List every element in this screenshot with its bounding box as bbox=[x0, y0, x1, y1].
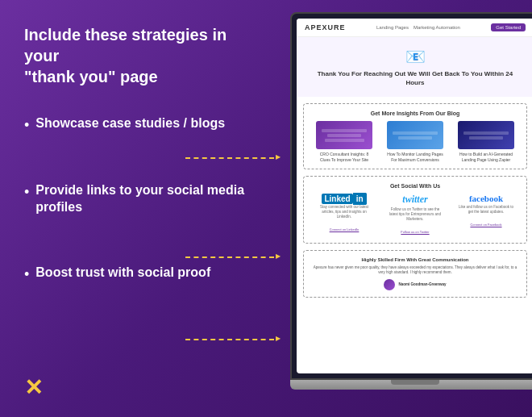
testimonial-arrow-line bbox=[185, 339, 274, 340]
linkedin-card: Linkedin Stay connected with our latest … bbox=[316, 194, 372, 236]
twitter-logo: twitter bbox=[387, 194, 443, 206]
strategy-item-proof: • Boost trust with social proof bbox=[24, 265, 250, 283]
blog-title-2: How To Monitor Landing Pages For Maximum… bbox=[387, 152, 443, 162]
social-section-title: Get Social With Us bbox=[310, 183, 520, 189]
twitter-desc: Follow us on Twitter to see the latest t… bbox=[387, 207, 443, 222]
testimonial-title: Highly Skilled Firm With Great Communica… bbox=[310, 257, 520, 262]
author-name: Naomi Goodman-Greenway bbox=[398, 282, 446, 286]
blog-img-1 bbox=[316, 121, 372, 149]
arrow-to-testimonial bbox=[185, 339, 274, 340]
strategy-item-blogs: • Showcase case studies / blogs bbox=[24, 115, 250, 134]
strategy-text-blogs: Showcase case studies / blogs bbox=[35, 115, 225, 132]
strategy-item-social: • Provide links to your social media pro… bbox=[24, 182, 250, 216]
blog-img-3 bbox=[458, 121, 514, 149]
laptop-screen-wrapper: APEXURE Landing Pages Marketing Automati… bbox=[290, 12, 532, 380]
thank-you-section: 📧 Thank You For Reaching Out We Will Get… bbox=[297, 37, 532, 97]
facebook-logo: facebook bbox=[458, 194, 514, 203]
testimonial-section: Highly Skilled Firm With Great Communica… bbox=[303, 250, 527, 298]
facebook-desc: Like and follow us on Facebook to get th… bbox=[458, 205, 514, 215]
thank-you-heading: Thank You For Reaching Out We Will Get B… bbox=[309, 69, 522, 87]
blog-section: Get More Insights From Our Blog CRO Cons… bbox=[303, 103, 527, 169]
facebook-link[interactable]: Connect on Facebook bbox=[470, 223, 501, 227]
social-arrow-line bbox=[185, 256, 274, 258]
apexure-logo: ✕ bbox=[24, 375, 43, 400]
strategy-text-social: Provide links to your social media profi… bbox=[35, 182, 250, 216]
blog-thumb-2 bbox=[387, 121, 443, 149]
blog-card-3: How to Build an AI-Generated Landing Pag… bbox=[458, 121, 514, 162]
left-panel: Include these strategies in your "thank … bbox=[24, 24, 250, 332]
nav-link-1: Landing Pages bbox=[376, 25, 409, 30]
linkedin-desc: Stay connected with our latest articles,… bbox=[316, 205, 372, 219]
nav-links: Landing Pages Marketing Automation bbox=[376, 25, 460, 30]
laptop-base bbox=[290, 380, 532, 390]
laptop-notch bbox=[391, 380, 439, 385]
thank-you-icon: 📧 bbox=[309, 47, 522, 66]
strategy-text-proof: Boost trust with social proof bbox=[35, 265, 210, 281]
bullet-2: • bbox=[24, 184, 29, 201]
blog-title-3: How to Build an AI-Generated Landing Pag… bbox=[458, 152, 514, 162]
twitter-card: twitter Follow us on Twitter to see the … bbox=[387, 194, 443, 236]
website-nav: APEXURE Landing Pages Marketing Automati… bbox=[297, 19, 532, 37]
bullet-1: • bbox=[24, 117, 29, 134]
blog-thumb-1 bbox=[316, 121, 372, 149]
blog-thumb-3 bbox=[458, 121, 514, 149]
facebook-card: facebook Like and follow us on Facebook … bbox=[458, 194, 514, 236]
nav-cta-button[interactable]: Get Started bbox=[491, 23, 526, 31]
nav-link-2: Marketing Automation bbox=[414, 25, 460, 30]
blog-card-2: How To Monitor Landing Pages For Maximum… bbox=[387, 121, 443, 162]
arrow-to-blog bbox=[185, 157, 274, 159]
laptop-mockup: APEXURE Landing Pages Marketing Automati… bbox=[290, 12, 532, 390]
blog-img-2 bbox=[387, 121, 443, 149]
main-heading: Include these strategies in your "thank … bbox=[24, 24, 250, 87]
twitter-link[interactable]: Follow us on Twitter bbox=[401, 230, 429, 234]
blog-cards-container: CRO Consultant Insights: 8 Clues To Impr… bbox=[310, 121, 520, 162]
blog-section-title: Get More Insights From Our Blog bbox=[310, 111, 520, 116]
author-avatar bbox=[384, 279, 395, 290]
website-logo: APEXURE bbox=[305, 23, 346, 31]
testimonial-author: Naomi Goodman-Greenway bbox=[310, 279, 520, 290]
social-section: Get Social With Us Linkedin Stay connect… bbox=[303, 176, 527, 244]
blog-title-1: CRO Consultant Insights: 8 Clues To Impr… bbox=[316, 152, 372, 162]
social-cards-container: Linkedin Stay connected with our latest … bbox=[310, 194, 520, 236]
logo-bottom: ✕ bbox=[24, 374, 43, 401]
linkedin-logo: Linkedin bbox=[316, 194, 372, 203]
laptop-screen: APEXURE Landing Pages Marketing Automati… bbox=[297, 19, 532, 373]
bullet-3: • bbox=[24, 266, 29, 283]
linkedin-link[interactable]: Connect on LinkedIn bbox=[330, 227, 360, 231]
testimonial-text: Apexure has never given me poor quality,… bbox=[310, 265, 520, 276]
blog-card-1: CRO Consultant Insights: 8 Clues To Impr… bbox=[316, 121, 372, 162]
blog-arrow-line bbox=[185, 157, 274, 159]
arrow-to-social bbox=[185, 256, 274, 258]
